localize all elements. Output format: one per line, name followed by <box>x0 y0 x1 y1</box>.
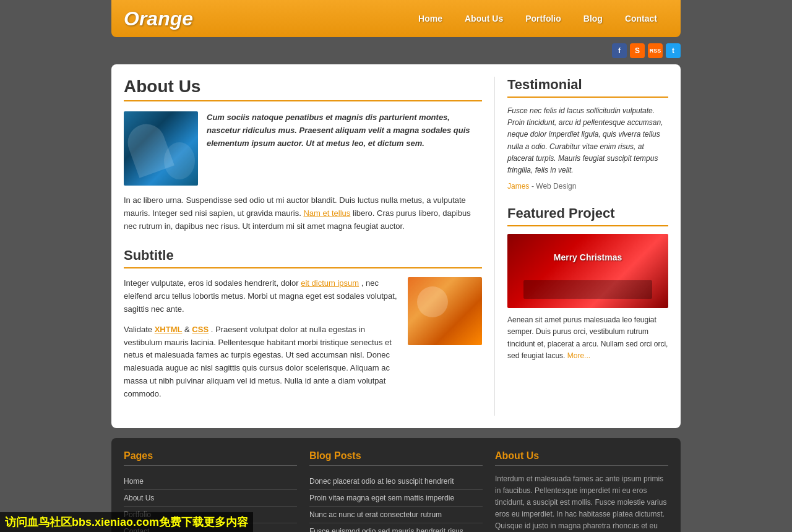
footer-blog-col: Blog Posts Donec placerat odio at leo su… <box>309 450 495 532</box>
footer-blog-title: Blog Posts <box>309 450 483 466</box>
subtitle-para2: Validate XHTML & CSS . Praesent volutpat… <box>124 324 399 401</box>
intro-italic-text: Cum sociis natoque penatibus et magnis d… <box>207 111 482 150</box>
footer-blog-item: Nunc ac nunc ut erat consectetur rutrum <box>309 507 483 523</box>
header: Orange Home About Us Portfolio Blog Cont… <box>111 0 681 37</box>
sidebar: Testimonial Fusce nec felis id lacus sol… <box>495 77 668 416</box>
main-content: About Us Cum sociis natoque penatibus et… <box>124 77 495 416</box>
featured-description: Aenean sit amet purus malesuada leo feug… <box>507 314 668 362</box>
subtitle-para1: Integer vulputate, eros id sodales hendr… <box>124 277 399 315</box>
footer-pages-title: Pages <box>124 450 297 466</box>
footer-about-text: Interdum et malesuada fames ac ante ipsu… <box>495 473 668 532</box>
featured-more-link[interactable]: More... <box>567 351 590 360</box>
intro-image <box>124 111 198 186</box>
footer-blog-item: Proin vitae magna eget sem mattis imperd… <box>309 490 483 507</box>
intro-text: Cum sociis natoque penatibus et magnis d… <box>207 111 482 186</box>
stumbleupon-icon[interactable]: S <box>630 43 645 58</box>
featured-heading: Featured Project <box>507 205 668 226</box>
css-link[interactable]: CSS <box>192 325 209 334</box>
subtitle-block: Integer vulputate, eros id sodales hendr… <box>124 277 482 408</box>
blog-post-link-1[interactable]: Donec placerat odio at leo suscipit hend… <box>309 477 454 486</box>
footer-blog-item: Donec placerat odio at leo suscipit hend… <box>309 473 483 490</box>
intro-link[interactable]: Nam et tellus <box>303 208 350 218</box>
blog-post-link-4[interactable]: Fusce euismod odio sed mauris hendrerit … <box>309 527 463 532</box>
testimonial-author-link[interactable]: James <box>507 182 529 191</box>
testimonial-author: James - Web Design <box>507 181 668 191</box>
subtitle-text: Integer vulputate, eros id sodales hendr… <box>124 277 399 408</box>
intro-body-text: In ac libero urna. Suspendisse sed odio … <box>124 194 482 233</box>
footer-blog-list: Donec placerat odio at leo suscipit hend… <box>309 473 483 532</box>
rss-icon[interactable]: RSS <box>648 43 663 58</box>
featured-project-image[interactable] <box>507 234 668 308</box>
subtitle-image <box>408 277 482 345</box>
testimonial-heading: Testimonial <box>507 77 668 98</box>
blog-post-link-2[interactable]: Proin vitae magna eget sem mattis imperd… <box>309 494 454 502</box>
footer-about-col: About Us Interdum et malesuada fames ac … <box>495 450 668 532</box>
intro-block: Cum sociis natoque penatibus et magnis d… <box>124 111 482 186</box>
page-title: About Us <box>124 77 482 101</box>
featured-project-section: Featured Project Aenean sit amet purus m… <box>507 205 668 362</box>
nav-home[interactable]: Home <box>407 9 454 28</box>
nav-blog[interactable]: Blog <box>572 9 614 28</box>
main-nav: Home About Us Portfolio Blog Contact <box>407 9 668 28</box>
footer-page-item: Home <box>124 473 297 490</box>
watermark: 访问血鸟社区bbs.xieniao.com免费下载更多内容 <box>0 512 253 532</box>
facebook-icon[interactable]: f <box>612 43 627 58</box>
twitter-icon[interactable]: t <box>666 43 681 58</box>
testimonial-section: Testimonial Fusce nec felis id lacus sol… <box>507 77 668 191</box>
footer-about-title: About Us <box>495 450 668 466</box>
nav-portfolio[interactable]: Portfolio <box>514 9 572 28</box>
main-content-wrapper: About Us Cum sociis natoque penatibus et… <box>111 64 681 428</box>
footer-page-item: About Us <box>124 490 297 507</box>
eit-dictum-link[interactable]: eit dictum ipsum <box>301 278 359 288</box>
social-bar: f S RSS t <box>111 37 681 64</box>
footer-blog-item: Fusce euismod odio sed mauris hendrerit … <box>309 523 483 532</box>
blog-post-link-3[interactable]: Nunc ac nunc ut erat consectetur rutrum <box>309 510 442 519</box>
footer-home-link[interactable]: Home <box>124 477 144 486</box>
nav-about[interactable]: About Us <box>454 9 514 28</box>
subtitle-heading: Subtitle <box>124 247 482 268</box>
xhtml-link[interactable]: XHTML <box>155 325 183 334</box>
nav-contact[interactable]: Contact <box>614 9 668 28</box>
testimonial-text: Fusce nec felis id lacus sollicitudin vu… <box>507 105 668 176</box>
site-logo: Orange <box>124 7 193 30</box>
footer-about-link[interactable]: About Us <box>124 494 154 502</box>
